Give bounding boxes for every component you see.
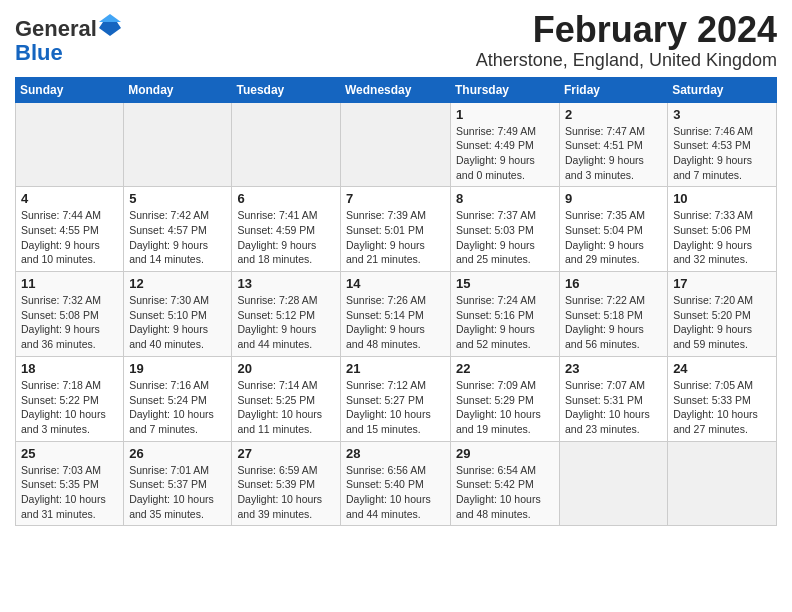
day-number: 17 <box>673 276 771 291</box>
day-number: 9 <box>565 191 662 206</box>
calendar-cell: 1Sunrise: 7:49 AM Sunset: 4:49 PM Daylig… <box>451 102 560 187</box>
logo-general-text: General <box>15 16 97 41</box>
day-number: 7 <box>346 191 445 206</box>
column-header-saturday: Saturday <box>668 77 777 102</box>
calendar-cell: 19Sunrise: 7:16 AM Sunset: 5:24 PM Dayli… <box>124 356 232 441</box>
logo-icon <box>99 14 121 36</box>
calendar-cell: 13Sunrise: 7:28 AM Sunset: 5:12 PM Dayli… <box>232 272 341 357</box>
day-number: 28 <box>346 446 445 461</box>
day-number: 26 <box>129 446 226 461</box>
calendar-cell: 28Sunrise: 6:56 AM Sunset: 5:40 PM Dayli… <box>341 441 451 526</box>
column-header-thursday: Thursday <box>451 77 560 102</box>
day-info: Sunrise: 7:26 AM Sunset: 5:14 PM Dayligh… <box>346 293 445 352</box>
day-info: Sunrise: 7:12 AM Sunset: 5:27 PM Dayligh… <box>346 378 445 437</box>
calendar-table: SundayMondayTuesdayWednesdayThursdayFrid… <box>15 77 777 527</box>
calendar-cell: 9Sunrise: 7:35 AM Sunset: 5:04 PM Daylig… <box>560 187 668 272</box>
day-info: Sunrise: 7:42 AM Sunset: 4:57 PM Dayligh… <box>129 208 226 267</box>
calendar-cell: 23Sunrise: 7:07 AM Sunset: 5:31 PM Dayli… <box>560 356 668 441</box>
column-header-friday: Friday <box>560 77 668 102</box>
day-number: 13 <box>237 276 335 291</box>
day-number: 11 <box>21 276 118 291</box>
day-info: Sunrise: 7:05 AM Sunset: 5:33 PM Dayligh… <box>673 378 771 437</box>
day-info: Sunrise: 6:59 AM Sunset: 5:39 PM Dayligh… <box>237 463 335 522</box>
day-info: Sunrise: 7:32 AM Sunset: 5:08 PM Dayligh… <box>21 293 118 352</box>
day-info: Sunrise: 7:22 AM Sunset: 5:18 PM Dayligh… <box>565 293 662 352</box>
calendar-cell: 5Sunrise: 7:42 AM Sunset: 4:57 PM Daylig… <box>124 187 232 272</box>
day-number: 27 <box>237 446 335 461</box>
calendar-cell: 18Sunrise: 7:18 AM Sunset: 5:22 PM Dayli… <box>16 356 124 441</box>
day-info: Sunrise: 7:35 AM Sunset: 5:04 PM Dayligh… <box>565 208 662 267</box>
calendar-cell: 11Sunrise: 7:32 AM Sunset: 5:08 PM Dayli… <box>16 272 124 357</box>
calendar-cell: 2Sunrise: 7:47 AM Sunset: 4:51 PM Daylig… <box>560 102 668 187</box>
calendar-cell: 4Sunrise: 7:44 AM Sunset: 4:55 PM Daylig… <box>16 187 124 272</box>
day-number: 6 <box>237 191 335 206</box>
day-info: Sunrise: 7:24 AM Sunset: 5:16 PM Dayligh… <box>456 293 554 352</box>
calendar-cell: 6Sunrise: 7:41 AM Sunset: 4:59 PM Daylig… <box>232 187 341 272</box>
calendar-cell <box>124 102 232 187</box>
calendar-cell: 22Sunrise: 7:09 AM Sunset: 5:29 PM Dayli… <box>451 356 560 441</box>
day-info: Sunrise: 7:33 AM Sunset: 5:06 PM Dayligh… <box>673 208 771 267</box>
calendar-cell: 3Sunrise: 7:46 AM Sunset: 4:53 PM Daylig… <box>668 102 777 187</box>
calendar-cell: 21Sunrise: 7:12 AM Sunset: 5:27 PM Dayli… <box>341 356 451 441</box>
calendar-cell: 10Sunrise: 7:33 AM Sunset: 5:06 PM Dayli… <box>668 187 777 272</box>
day-number: 29 <box>456 446 554 461</box>
day-number: 3 <box>673 107 771 122</box>
calendar-cell <box>341 102 451 187</box>
column-headers-row: SundayMondayTuesdayWednesdayThursdayFrid… <box>16 77 777 102</box>
day-info: Sunrise: 7:37 AM Sunset: 5:03 PM Dayligh… <box>456 208 554 267</box>
day-number: 19 <box>129 361 226 376</box>
calendar-cell: 26Sunrise: 7:01 AM Sunset: 5:37 PM Dayli… <box>124 441 232 526</box>
calendar-cell: 20Sunrise: 7:14 AM Sunset: 5:25 PM Dayli… <box>232 356 341 441</box>
svg-marker-0 <box>99 22 121 36</box>
calendar-row: 11Sunrise: 7:32 AM Sunset: 5:08 PM Dayli… <box>16 272 777 357</box>
calendar-cell: 17Sunrise: 7:20 AM Sunset: 5:20 PM Dayli… <box>668 272 777 357</box>
day-number: 16 <box>565 276 662 291</box>
calendar-cell: 15Sunrise: 7:24 AM Sunset: 5:16 PM Dayli… <box>451 272 560 357</box>
day-number: 23 <box>565 361 662 376</box>
day-number: 14 <box>346 276 445 291</box>
calendar-cell: 14Sunrise: 7:26 AM Sunset: 5:14 PM Dayli… <box>341 272 451 357</box>
calendar-cell <box>16 102 124 187</box>
day-number: 22 <box>456 361 554 376</box>
day-info: Sunrise: 7:30 AM Sunset: 5:10 PM Dayligh… <box>129 293 226 352</box>
day-number: 2 <box>565 107 662 122</box>
day-info: Sunrise: 7:49 AM Sunset: 4:49 PM Dayligh… <box>456 124 554 183</box>
day-number: 24 <box>673 361 771 376</box>
day-number: 15 <box>456 276 554 291</box>
calendar-cell <box>560 441 668 526</box>
day-number: 10 <box>673 191 771 206</box>
day-info: Sunrise: 7:09 AM Sunset: 5:29 PM Dayligh… <box>456 378 554 437</box>
calendar-cell: 24Sunrise: 7:05 AM Sunset: 5:33 PM Dayli… <box>668 356 777 441</box>
calendar-cell <box>232 102 341 187</box>
day-number: 8 <box>456 191 554 206</box>
day-info: Sunrise: 7:16 AM Sunset: 5:24 PM Dayligh… <box>129 378 226 437</box>
main-title: February 2024 <box>476 10 777 50</box>
calendar-body: 1Sunrise: 7:49 AM Sunset: 4:49 PM Daylig… <box>16 102 777 526</box>
day-info: Sunrise: 7:47 AM Sunset: 4:51 PM Dayligh… <box>565 124 662 183</box>
column-header-sunday: Sunday <box>16 77 124 102</box>
day-number: 1 <box>456 107 554 122</box>
day-info: Sunrise: 7:03 AM Sunset: 5:35 PM Dayligh… <box>21 463 118 522</box>
day-number: 21 <box>346 361 445 376</box>
calendar-cell: 29Sunrise: 6:54 AM Sunset: 5:42 PM Dayli… <box>451 441 560 526</box>
day-number: 18 <box>21 361 118 376</box>
day-info: Sunrise: 7:07 AM Sunset: 5:31 PM Dayligh… <box>565 378 662 437</box>
day-info: Sunrise: 7:41 AM Sunset: 4:59 PM Dayligh… <box>237 208 335 267</box>
day-number: 12 <box>129 276 226 291</box>
day-info: Sunrise: 7:14 AM Sunset: 5:25 PM Dayligh… <box>237 378 335 437</box>
calendar-cell: 16Sunrise: 7:22 AM Sunset: 5:18 PM Dayli… <box>560 272 668 357</box>
subtitle: Atherstone, England, United Kingdom <box>476 50 777 71</box>
calendar-cell: 7Sunrise: 7:39 AM Sunset: 5:01 PM Daylig… <box>341 187 451 272</box>
calendar-cell: 27Sunrise: 6:59 AM Sunset: 5:39 PM Dayli… <box>232 441 341 526</box>
day-number: 4 <box>21 191 118 206</box>
day-number: 5 <box>129 191 226 206</box>
calendar-row: 4Sunrise: 7:44 AM Sunset: 4:55 PM Daylig… <box>16 187 777 272</box>
calendar-cell: 8Sunrise: 7:37 AM Sunset: 5:03 PM Daylig… <box>451 187 560 272</box>
column-header-monday: Monday <box>124 77 232 102</box>
calendar-cell: 12Sunrise: 7:30 AM Sunset: 5:10 PM Dayli… <box>124 272 232 357</box>
day-info: Sunrise: 7:01 AM Sunset: 5:37 PM Dayligh… <box>129 463 226 522</box>
column-header-tuesday: Tuesday <box>232 77 341 102</box>
calendar-row: 25Sunrise: 7:03 AM Sunset: 5:35 PM Dayli… <box>16 441 777 526</box>
day-info: Sunrise: 7:28 AM Sunset: 5:12 PM Dayligh… <box>237 293 335 352</box>
day-info: Sunrise: 7:46 AM Sunset: 4:53 PM Dayligh… <box>673 124 771 183</box>
